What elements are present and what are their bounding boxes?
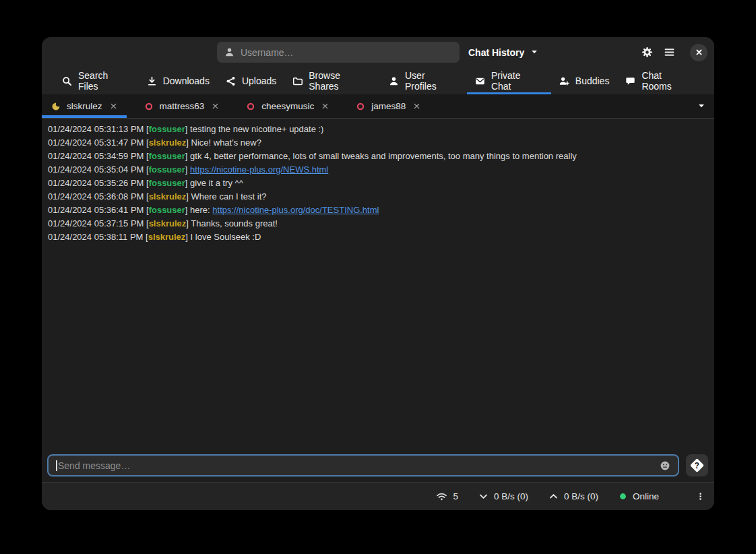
composer-row: Send message… ? <box>42 450 714 482</box>
message-username: fossuser <box>149 164 185 175</box>
help-diamond-icon: ? <box>690 458 704 472</box>
message-timestamp: 01/24/2024 05:31:47 PM [ <box>48 137 149 148</box>
tab-chat-rooms[interactable]: Chat Rooms <box>617 67 702 94</box>
message-text: Where can I test it? <box>191 191 267 202</box>
tab-label: Browse Shares <box>309 70 373 92</box>
chat-tab-mattress63[interactable]: mattress63 <box>135 94 229 118</box>
message-timestamp: 01/24/2024 05:38:11 PM [ <box>48 232 148 242</box>
message-text: I love Soulseek :D <box>191 232 261 242</box>
message-timestamp: 01/24/2024 05:35:04 PM [ <box>48 164 149 175</box>
chat-message: 01/24/2024 05:37:15 PM [slskrulez] Thank… <box>48 217 714 230</box>
tab-label: User Profiles <box>405 70 459 92</box>
tab-label: Search Files <box>78 70 131 92</box>
close-tab-icon[interactable] <box>110 102 117 110</box>
search-icon <box>62 76 72 86</box>
chevron-down-icon <box>697 100 705 113</box>
offline-status-icon <box>356 102 365 111</box>
tab-search-files[interactable]: Search Files <box>54 67 139 94</box>
message-username: slskrulez <box>149 191 187 202</box>
status-bar-items: 5 0 B/s (0) 0 B/s (0) Online <box>436 491 705 502</box>
message-input[interactable]: Send message… <box>47 454 679 476</box>
close-tab-icon[interactable] <box>212 102 219 110</box>
chat-message: 01/24/2024 05:35:26 PM [fossuser] give i… <box>48 177 714 190</box>
download-stats[interactable]: 0 B/s (0) <box>478 491 528 501</box>
message-username: slskrulez <box>148 232 186 242</box>
chat-message: 01/24/2024 05:36:08 PM [slskrulez] Where… <box>48 190 714 204</box>
person-icon <box>224 47 234 57</box>
tab-downloads[interactable]: Downloads <box>139 67 218 94</box>
message-timestamp: 01/24/2024 05:34:59 PM [ <box>48 151 149 161</box>
chat-message: 01/24/2024 05:38:11 PM [slskrulez] I lov… <box>48 230 714 244</box>
message-link[interactable]: https://nicotine-plus.org/doc/TESTING.ht… <box>212 205 379 215</box>
status-bar: 5 0 B/s (0) 0 B/s (0) Online <box>42 482 714 510</box>
chat-tab-label: slskrulez <box>67 101 102 111</box>
offline-status-icon <box>144 102 154 111</box>
chevron-up-icon <box>548 491 559 501</box>
tab-label: Chat Rooms <box>641 70 694 92</box>
message-text: gtk 4, better performance, lots of small… <box>190 151 577 161</box>
message-timestamp: 01/24/2024 05:35:26 PM [ <box>48 178 149 188</box>
message-username: fossuser <box>149 124 185 134</box>
tab-list-dropdown[interactable] <box>689 94 714 118</box>
person-add-icon <box>559 76 569 86</box>
chat-tab-james88[interactable]: james88 <box>346 94 430 118</box>
close-tab-icon[interactable] <box>321 102 329 110</box>
download-icon <box>147 76 157 86</box>
tab-label: Downloads <box>163 75 210 86</box>
chat-history-dropdown[interactable]: Chat History <box>468 47 538 58</box>
kebab-menu-icon[interactable] <box>695 491 705 501</box>
message-link[interactable]: https://nicotine-plus.org/NEWS.html <box>190 164 328 175</box>
chat-tab-label: mattress63 <box>160 101 205 111</box>
dropdown-arrow-icon <box>530 47 538 58</box>
online-dot-icon <box>619 492 627 501</box>
chat-tab-slskrulez[interactable]: slskrulez <box>42 94 127 118</box>
chat-tab-label: james88 <box>371 101 406 111</box>
message-text: here: <box>190 205 212 215</box>
message-text: testing the new nicotine+ update :) <box>190 124 323 134</box>
connection-stats[interactable]: 5 <box>436 491 458 502</box>
chat-bubble-icon <box>625 76 635 86</box>
person-icon <box>389 76 399 86</box>
tab-user-profiles[interactable]: User Profiles <box>381 67 467 94</box>
main-tab-bar: Search FilesDownloadsUploadsBrowse Share… <box>42 67 714 94</box>
close-tab-icon[interactable] <box>413 102 420 110</box>
message-username: fossuser <box>149 151 185 161</box>
emoji-icon[interactable] <box>660 460 670 471</box>
chat-tab-bar: slskrulezmattress63cheesymusicjames88 <box>42 94 714 119</box>
online-status-toggle[interactable]: Online <box>619 491 659 501</box>
tab-buddies[interactable]: Buddies <box>551 67 618 94</box>
text-caret <box>56 460 57 471</box>
chat-history-label: Chat History <box>468 47 524 58</box>
envelope-icon <box>475 76 485 86</box>
upload-rate: 0 B/s (0) <box>564 491 598 501</box>
chat-message: 01/24/2024 05:35:04 PM [fossuser] https:… <box>48 163 714 177</box>
chat-command-help-button[interactable]: ? <box>686 454 708 476</box>
tab-private-chat[interactable]: Private Chat <box>467 67 551 94</box>
tab-label: Uploads <box>242 75 276 86</box>
username-input[interactable]: Username… <box>217 42 460 63</box>
chat-tab-cheesymusic[interactable]: cheesymusic <box>237 94 338 118</box>
chat-message: 01/24/2024 05:36:41 PM [fossuser] here: … <box>48 204 714 217</box>
wifi-icon <box>436 491 447 502</box>
tab-browse-shares[interactable]: Browse Shares <box>284 67 381 94</box>
message-text: Nice! what's new? <box>191 137 261 148</box>
header-bar: Username… Chat History <box>42 37 714 67</box>
tab-label: Buddies <box>575 75 610 86</box>
message-username: fossuser <box>149 178 185 188</box>
chat-tab-label: cheesymusic <box>261 101 314 111</box>
nicotine-plus-window: Username… Chat History Search FilesDownl… <box>42 37 714 510</box>
gear-icon[interactable] <box>641 47 653 58</box>
chat-message: 01/24/2024 05:31:47 PM [slskrulez] Nice!… <box>48 136 714 150</box>
message-text: Thanks, sounds great! <box>191 218 278 228</box>
close-button[interactable] <box>690 44 707 61</box>
chevron-down-icon <box>478 491 489 501</box>
download-rate: 0 B/s (0) <box>494 491 528 501</box>
message-timestamp: 01/24/2024 05:37:15 PM [ <box>48 218 149 228</box>
close-icon <box>695 48 703 57</box>
tab-uploads[interactable]: Uploads <box>218 67 284 94</box>
upload-stats[interactable]: 0 B/s (0) <box>548 491 598 501</box>
chat-log[interactable]: 01/24/2024 05:31:13 PM [fossuser] testin… <box>42 119 714 450</box>
connection-count: 5 <box>453 491 458 501</box>
message-timestamp: 01/24/2024 05:36:41 PM [ <box>48 205 149 215</box>
hamburger-menu-icon[interactable] <box>664 47 675 58</box>
